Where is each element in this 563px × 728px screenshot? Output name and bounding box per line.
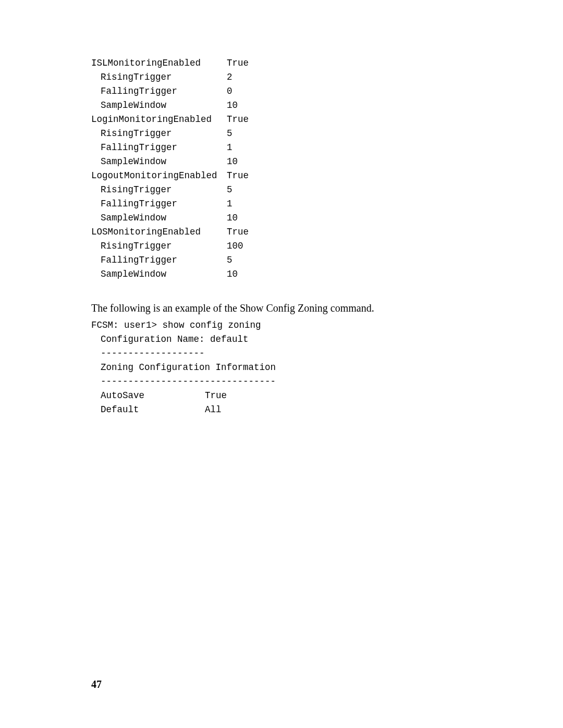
threshold-row-value: True xyxy=(227,169,249,183)
zoning-section-header: Zoning Configuration Information xyxy=(91,361,563,375)
zoning-row-label: Default xyxy=(101,403,205,417)
threshold-row-label: FallingTrigger xyxy=(101,141,227,155)
threshold-row: FallingTrigger5 xyxy=(91,253,563,267)
intro-text: The following is an example of the Show … xyxy=(91,301,563,315)
threshold-row-value: 5 xyxy=(227,253,232,267)
threshold-row: SampleWindow10 xyxy=(91,211,563,225)
page: ISLMonitoringEnabledTrueRisingTrigger2Fa… xyxy=(0,0,563,728)
threshold-row-label: FallingTrigger xyxy=(101,253,227,267)
zoning-row-label: AutoSave xyxy=(101,389,205,403)
threshold-row-label: RisingTrigger xyxy=(101,183,227,197)
zoning-section-header-text: Zoning Configuration Information xyxy=(101,361,276,375)
threshold-row-label: FallingTrigger xyxy=(101,197,227,211)
zoning-command-line: FCSM: user1> show config zoning xyxy=(91,318,563,332)
threshold-row-value: 5 xyxy=(227,183,232,197)
threshold-config-block: ISLMonitoringEnabledTrueRisingTrigger2Fa… xyxy=(91,56,563,281)
threshold-row-label: FallingTrigger xyxy=(101,84,227,98)
threshold-row-value: 10 xyxy=(227,98,238,113)
threshold-row: SampleWindow10 xyxy=(91,155,563,169)
threshold-row-value: 10 xyxy=(227,267,238,281)
threshold-row: RisingTrigger100 xyxy=(91,239,563,253)
threshold-row-value: 10 xyxy=(227,211,238,225)
threshold-row-value: 5 xyxy=(227,127,232,141)
threshold-row-label: SampleWindow xyxy=(101,98,227,113)
zoning-divider-1-text: ------------------- xyxy=(101,347,205,361)
threshold-row-value: 1 xyxy=(227,197,232,211)
threshold-row: LoginMonitoringEnabledTrue xyxy=(91,113,563,127)
zoning-command-text: FCSM: user1> show config zoning xyxy=(91,318,261,332)
threshold-row-value: 1 xyxy=(227,141,232,155)
threshold-row-value: 2 xyxy=(227,70,232,84)
threshold-row: ISLMonitoringEnabledTrue xyxy=(91,56,563,70)
threshold-row: LOSMonitoringEnabledTrue xyxy=(91,225,563,239)
threshold-row: RisingTrigger5 xyxy=(91,183,563,197)
zoning-config-name-line: Configuration Name: default xyxy=(91,332,563,347)
threshold-row: SampleWindow10 xyxy=(91,267,563,281)
threshold-row-label: RisingTrigger xyxy=(101,239,227,253)
threshold-row-value: 0 xyxy=(227,84,232,98)
threshold-row-label: SampleWindow xyxy=(101,155,227,169)
zoning-row-value: True xyxy=(205,389,227,403)
threshold-row-label: LogoutMonitoringEnabled xyxy=(91,169,227,183)
zoning-row: AutoSaveTrue xyxy=(91,389,563,403)
zoning-divider-2: -------------------------------- xyxy=(91,375,563,389)
threshold-row-label: RisingTrigger xyxy=(101,70,227,84)
threshold-row-label: SampleWindow xyxy=(101,211,227,225)
threshold-row-label: SampleWindow xyxy=(101,267,227,281)
threshold-row: FallingTrigger0 xyxy=(91,84,563,98)
threshold-row: SampleWindow10 xyxy=(91,98,563,113)
threshold-row-value: True xyxy=(227,113,249,127)
threshold-row: RisingTrigger5 xyxy=(91,127,563,141)
threshold-row: FallingTrigger1 xyxy=(91,197,563,211)
threshold-row-label: RisingTrigger xyxy=(101,127,227,141)
threshold-row: RisingTrigger2 xyxy=(91,70,563,84)
threshold-row-value: 100 xyxy=(227,239,243,253)
zoning-divider-2-text: -------------------------------- xyxy=(101,375,276,389)
threshold-row: LogoutMonitoringEnabledTrue xyxy=(91,169,563,183)
threshold-row-label: ISLMonitoringEnabled xyxy=(91,56,227,70)
zoning-divider-1: ------------------- xyxy=(91,347,563,361)
zoning-row: DefaultAll xyxy=(91,403,563,417)
threshold-row-value: True xyxy=(227,56,249,70)
threshold-row-value: 10 xyxy=(227,155,238,169)
threshold-row-label: LoginMonitoringEnabled xyxy=(91,113,227,127)
threshold-row-value: True xyxy=(227,225,249,239)
threshold-row-label: LOSMonitoringEnabled xyxy=(91,225,227,239)
threshold-row: FallingTrigger1 xyxy=(91,141,563,155)
zoning-config-name-text: Configuration Name: default xyxy=(101,332,249,347)
page-number: 47 xyxy=(91,678,102,690)
zoning-config-block: FCSM: user1> show config zoning Configur… xyxy=(91,318,563,417)
zoning-row-value: All xyxy=(205,403,222,417)
